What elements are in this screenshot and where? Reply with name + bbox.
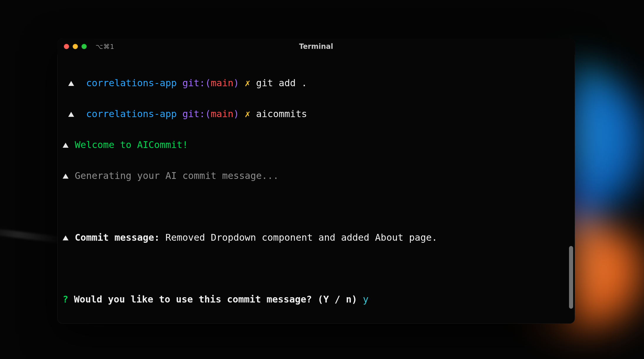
zoom-icon[interactable] [81, 44, 87, 49]
scrollbar[interactable] [569, 58, 573, 319]
branch-open: ( [205, 108, 211, 119]
tab-shortcut-hint: ⌥⌘1 [96, 43, 114, 50]
prompt-cwd: correlations-app [86, 108, 177, 119]
minimize-icon[interactable] [73, 44, 78, 49]
prompt-git-label: git: [182, 108, 205, 119]
terminal-output[interactable]: correlations-app git:(main) ✗ git add . … [57, 55, 575, 324]
close-icon[interactable] [64, 44, 69, 49]
prompt-arrow-icon [68, 112, 74, 117]
confirm-line: ? Would you like to use this commit mess… [63, 292, 570, 307]
commit-message: Removed Dropdown component and added Abo… [166, 232, 438, 243]
output-line: Welcome to AICommit! [63, 137, 570, 152]
bullet-arrow-icon [63, 235, 69, 240]
scrollbar-thumb[interactable] [569, 246, 573, 309]
bullet-arrow-icon [63, 143, 69, 148]
branch-close: ) [233, 77, 239, 89]
prompt-dirty-icon: ✗ [245, 77, 250, 89]
prompt-branch: main [211, 77, 233, 89]
bullet-arrow-icon [63, 174, 69, 179]
terminal-window: ⌥⌘1 Terminal correlations-app git:(main)… [57, 38, 575, 324]
prompt-arrow-icon [68, 81, 74, 86]
output-line: Generating your AI commit message... [63, 168, 570, 183]
commit-label: Commit message: [75, 232, 160, 243]
prompt-git-label: git: [182, 77, 205, 89]
prompt-cwd: correlations-app [86, 77, 177, 89]
confirm-question: Would you like to use this commit messag… [74, 294, 357, 305]
confirm-answer: y [363, 294, 368, 305]
prompt-dirty-icon: ✗ [245, 108, 250, 119]
blank-line [63, 261, 570, 276]
blank-line [63, 199, 570, 214]
output-line: Commit message: Removed Dropdown compone… [63, 230, 570, 245]
branch-open: ( [205, 77, 211, 89]
prompt-branch: main [211, 108, 233, 119]
window-traffic-lights [64, 44, 87, 49]
welcome-text: Welcome to AICommit! [75, 139, 188, 150]
git-output: [main 005009f] Removed Dropdown componen… [63, 323, 570, 324]
command-text: git add . [256, 77, 307, 89]
question-mark-icon: ? [63, 294, 68, 305]
generating-text: Generating your AI commit message... [75, 170, 279, 181]
command-text: aicommits [256, 108, 307, 119]
branch-close: ) [233, 108, 239, 119]
window-titlebar[interactable]: ⌥⌘1 Terminal [57, 38, 575, 55]
window-title: Terminal [57, 42, 575, 51]
prompt-line: correlations-app git:(main) ✗ aicommits [63, 106, 570, 122]
prompt-line: correlations-app git:(main) ✗ git add . [63, 75, 570, 91]
